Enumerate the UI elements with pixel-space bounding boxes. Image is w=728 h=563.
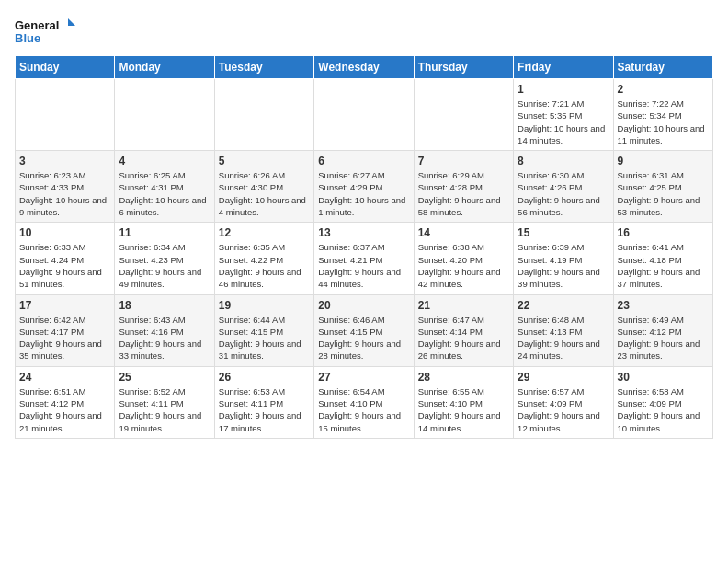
calendar-cell: 16Sunrise: 6:41 AM Sunset: 4:18 PM Dayli… [613, 223, 712, 294]
day-number: 6 [318, 155, 409, 167]
day-info: Sunrise: 6:46 AM Sunset: 4:15 PM Dayligh… [318, 314, 409, 362]
day-info: Sunrise: 6:42 AM Sunset: 4:17 PM Dayligh… [19, 314, 110, 362]
day-number: 28 [418, 371, 509, 384]
day-header-wednesday: Wednesday [314, 56, 414, 79]
calendar-cell: 2Sunrise: 7:22 AM Sunset: 5:34 PM Daylig… [613, 79, 712, 151]
day-number: 8 [518, 155, 609, 167]
day-number: 12 [219, 226, 310, 239]
day-number: 10 [19, 226, 110, 239]
calendar-cell: 27Sunrise: 6:54 AM Sunset: 4:10 PM Dayli… [314, 366, 414, 438]
calendar-header: SundayMondayTuesdayWednesdayThursdayFrid… [16, 56, 713, 79]
calendar-cell: 24Sunrise: 6:51 AM Sunset: 4:12 PM Dayli… [16, 366, 115, 438]
calendar-cell [414, 79, 513, 151]
day-header-tuesday: Tuesday [214, 56, 313, 79]
calendar-table: SundayMondayTuesdayWednesdayThursdayFrid… [15, 55, 713, 439]
day-number: 7 [418, 155, 509, 167]
day-number: 21 [418, 299, 509, 312]
day-info: Sunrise: 6:33 AM Sunset: 4:24 PM Dayligh… [19, 241, 110, 290]
day-number: 11 [119, 226, 210, 239]
day-info: Sunrise: 6:30 AM Sunset: 4:26 PM Dayligh… [518, 169, 609, 218]
day-info: Sunrise: 7:21 AM Sunset: 5:35 PM Dayligh… [518, 98, 609, 146]
day-number: 9 [618, 155, 709, 167]
logo: General Blue [15, 15, 79, 52]
day-header-saturday: Saturday [613, 56, 712, 79]
day-info: Sunrise: 6:52 AM Sunset: 4:11 PM Dayligh… [119, 385, 210, 434]
day-number: 26 [219, 371, 310, 384]
calendar-cell: 9Sunrise: 6:31 AM Sunset: 4:25 PM Daylig… [613, 151, 712, 223]
day-info: Sunrise: 6:25 AM Sunset: 4:31 PM Dayligh… [119, 169, 210, 218]
day-number: 25 [119, 371, 210, 384]
day-header-monday: Monday [115, 56, 214, 79]
calendar-cell: 10Sunrise: 6:33 AM Sunset: 4:24 PM Dayli… [16, 223, 115, 294]
day-number: 17 [19, 299, 110, 312]
day-info: Sunrise: 6:31 AM Sunset: 4:25 PM Dayligh… [618, 169, 709, 218]
calendar-cell: 15Sunrise: 6:39 AM Sunset: 4:19 PM Dayli… [514, 223, 613, 294]
day-info: Sunrise: 6:53 AM Sunset: 4:11 PM Dayligh… [219, 385, 310, 434]
calendar-week-5: 24Sunrise: 6:51 AM Sunset: 4:12 PM Dayli… [16, 366, 713, 438]
day-info: Sunrise: 6:47 AM Sunset: 4:14 PM Dayligh… [418, 314, 509, 362]
calendar-cell: 28Sunrise: 6:55 AM Sunset: 4:10 PM Dayli… [414, 366, 513, 438]
day-info: Sunrise: 6:37 AM Sunset: 4:21 PM Dayligh… [318, 241, 409, 290]
calendar-cell: 13Sunrise: 6:37 AM Sunset: 4:21 PM Dayli… [314, 223, 414, 294]
calendar-cell: 18Sunrise: 6:43 AM Sunset: 4:16 PM Dayli… [115, 294, 214, 366]
calendar-cell: 20Sunrise: 6:46 AM Sunset: 4:15 PM Dayli… [314, 294, 414, 366]
calendar-cell: 1Sunrise: 7:21 AM Sunset: 5:35 PM Daylig… [514, 79, 613, 151]
day-info: Sunrise: 6:35 AM Sunset: 4:22 PM Dayligh… [219, 241, 310, 290]
day-info: Sunrise: 6:26 AM Sunset: 4:30 PM Dayligh… [219, 169, 310, 218]
day-number: 3 [19, 155, 110, 167]
day-info: Sunrise: 6:57 AM Sunset: 4:09 PM Dayligh… [518, 385, 609, 434]
day-number: 30 [618, 371, 709, 384]
calendar-cell [314, 79, 414, 151]
logo-svg: General Blue [15, 15, 79, 52]
calendar-cell: 4Sunrise: 6:25 AM Sunset: 4:31 PM Daylig… [115, 151, 214, 223]
day-number: 18 [119, 299, 210, 312]
day-info: Sunrise: 7:22 AM Sunset: 5:34 PM Dayligh… [618, 98, 709, 146]
calendar-cell: 30Sunrise: 6:58 AM Sunset: 4:09 PM Dayli… [613, 366, 712, 438]
day-number: 13 [318, 226, 409, 239]
svg-marker-2 [68, 18, 75, 26]
calendar-cell: 3Sunrise: 6:23 AM Sunset: 4:33 PM Daylig… [16, 151, 115, 223]
day-number: 16 [618, 226, 709, 239]
calendar-cell: 11Sunrise: 6:34 AM Sunset: 4:23 PM Dayli… [115, 223, 214, 294]
day-info: Sunrise: 6:29 AM Sunset: 4:28 PM Dayligh… [418, 169, 509, 218]
day-info: Sunrise: 6:51 AM Sunset: 4:12 PM Dayligh… [19, 385, 110, 434]
calendar-cell [214, 79, 313, 151]
calendar-week-4: 17Sunrise: 6:42 AM Sunset: 4:17 PM Dayli… [16, 294, 713, 366]
day-info: Sunrise: 6:48 AM Sunset: 4:13 PM Dayligh… [518, 314, 609, 362]
day-number: 15 [518, 226, 609, 239]
calendar-cell: 19Sunrise: 6:44 AM Sunset: 4:15 PM Dayli… [214, 294, 313, 366]
day-info: Sunrise: 6:54 AM Sunset: 4:10 PM Dayligh… [318, 385, 409, 434]
day-number: 27 [318, 371, 409, 384]
day-info: Sunrise: 6:41 AM Sunset: 4:18 PM Dayligh… [618, 241, 709, 290]
day-header-sunday: Sunday [16, 56, 115, 79]
day-number: 24 [19, 371, 110, 384]
calendar-cell [115, 79, 214, 151]
day-info: Sunrise: 6:34 AM Sunset: 4:23 PM Dayligh… [119, 241, 210, 290]
calendar-cell: 7Sunrise: 6:29 AM Sunset: 4:28 PM Daylig… [414, 151, 513, 223]
calendar-cell: 5Sunrise: 6:26 AM Sunset: 4:30 PM Daylig… [214, 151, 313, 223]
calendar-cell: 25Sunrise: 6:52 AM Sunset: 4:11 PM Dayli… [115, 366, 214, 438]
svg-text:General: General [15, 18, 59, 32]
day-info: Sunrise: 6:55 AM Sunset: 4:10 PM Dayligh… [418, 385, 509, 434]
calendar-week-1: 1Sunrise: 7:21 AM Sunset: 5:35 PM Daylig… [16, 79, 713, 151]
calendar-cell: 21Sunrise: 6:47 AM Sunset: 4:14 PM Dayli… [414, 294, 513, 366]
calendar-cell: 14Sunrise: 6:38 AM Sunset: 4:20 PM Dayli… [414, 223, 513, 294]
day-number: 22 [518, 299, 609, 312]
svg-text:Blue: Blue [15, 31, 40, 45]
calendar-cell: 12Sunrise: 6:35 AM Sunset: 4:22 PM Dayli… [214, 223, 313, 294]
day-info: Sunrise: 6:49 AM Sunset: 4:12 PM Dayligh… [618, 314, 709, 362]
calendar-cell: 29Sunrise: 6:57 AM Sunset: 4:09 PM Dayli… [514, 366, 613, 438]
day-number: 29 [518, 371, 609, 384]
day-info: Sunrise: 6:39 AM Sunset: 4:19 PM Dayligh… [518, 241, 609, 290]
day-number: 4 [119, 155, 210, 167]
day-number: 5 [219, 155, 310, 167]
day-number: 14 [418, 226, 509, 239]
calendar-cell: 17Sunrise: 6:42 AM Sunset: 4:17 PM Dayli… [16, 294, 115, 366]
day-info: Sunrise: 6:38 AM Sunset: 4:20 PM Dayligh… [418, 241, 509, 290]
day-number: 20 [318, 299, 409, 312]
calendar-cell [16, 79, 115, 151]
calendar-cell: 6Sunrise: 6:27 AM Sunset: 4:29 PM Daylig… [314, 151, 414, 223]
day-number: 1 [518, 83, 609, 96]
day-number: 23 [618, 299, 709, 312]
day-header-friday: Friday [514, 56, 613, 79]
